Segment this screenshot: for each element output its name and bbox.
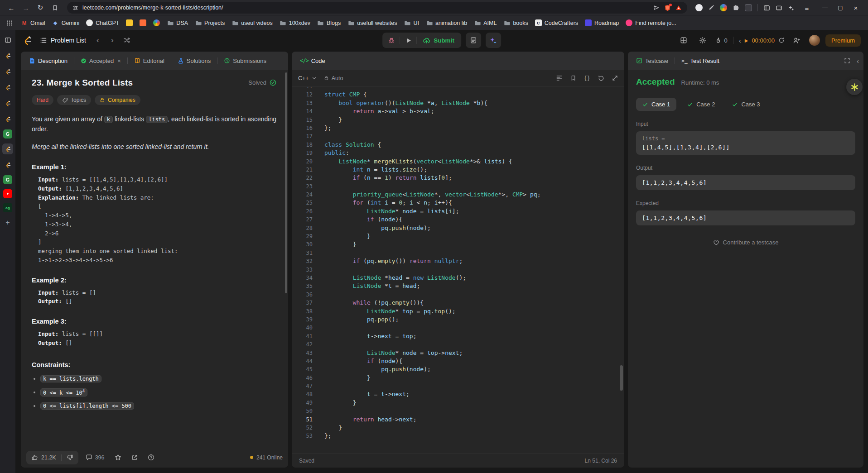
timer-widget[interactable]: ‹ ▶ 00:00:00 [739,37,785,44]
snippets-icon[interactable]: {} [584,75,590,81]
new-tab-button[interactable]: + [2,217,13,228]
browser-reload-button[interactable]: ↻ [34,1,47,14]
cursor-position[interactable]: Ln 51, Col 26 [585,458,617,464]
bookmark-roadmap[interactable]: Roadmap [582,18,622,28]
brave-shield-icon[interactable] [664,5,671,11]
ai-assistant-button[interactable] [846,79,863,95]
bookmark-gemini[interactable]: ◆Gemini [49,18,83,28]
bookmark-page-icon[interactable] [48,1,62,14]
bookmark-blogs[interactable]: Blogs [314,18,344,28]
browser-back-button[interactable]: ← [5,1,18,14]
timer-play-icon[interactable]: ▶ [745,38,748,43]
code-line[interactable]: 19public: [292,149,624,157]
sidebar-toggle-icon[interactable] [2,34,13,45]
bookmark-icon-only[interactable] [123,18,136,28]
code-line[interactable]: 39 pq.pop(); [292,315,624,324]
minimize-button[interactable]: — [817,1,833,14]
problem-list-button[interactable]: Problem List [36,34,90,47]
maximize-editor-icon[interactable] [612,75,618,81]
code-line[interactable]: 52 } [292,424,624,432]
code-line[interactable]: 53}; [292,432,624,440]
tab-testcase[interactable]: Testcase [632,55,672,67]
settings-gear-icon[interactable] [696,33,709,47]
tab-favicon-gfg[interactable]: G [3,175,12,184]
bookmark-icon-only[interactable] [136,18,149,28]
extension-icon[interactable] [720,4,727,11]
prev-problem-button[interactable]: ‹ [92,34,104,47]
user-avatar[interactable] [809,35,820,46]
code-line[interactable]: 42 [292,340,624,349]
ai-sparkles-button[interactable] [486,33,501,48]
bookmark-dsa[interactable]: DSA [164,18,191,28]
leetcode-logo[interactable] [22,35,33,46]
tab-editorial[interactable]: Editorial [130,55,168,67]
code-line[interactable]: 26 ListNode* node = lists[i]; [292,207,624,215]
tab-favicon-gfg[interactable]: G [3,129,12,139]
contribute-testcase-button[interactable]: Contribute a testcase [636,239,855,246]
favorite-star-button[interactable] [112,451,124,463]
layout-button[interactable] [677,33,690,47]
code-line[interactable]: 30 } [292,240,624,248]
input-box[interactable]: lists = [[1,4,5],[1,3,4],[2,6]] [636,131,855,155]
extensions-puzzle-icon[interactable] [733,5,739,11]
browser-forward-button[interactable]: → [19,1,33,14]
leo-ai-icon[interactable] [788,5,795,11]
notes-button[interactable] [466,33,481,48]
case-1-button[interactable]: Case 1 [636,98,676,111]
code-line[interactable]: 45 pq.push(node); [292,365,624,373]
edit-extension-icon[interactable] [708,5,714,11]
code-line[interactable]: 18class Solution { [292,141,624,149]
like-button[interactable]: 21.2K [26,451,61,464]
code-line[interactable]: 33 [292,266,624,274]
maximize-button[interactable]: ▢ [833,1,848,14]
difficulty-badge[interactable]: Hard [32,95,53,105]
site-settings-icon[interactable] [72,5,78,11]
code-line[interactable]: 48 t = t->next; [292,390,624,398]
format-code-icon[interactable] [556,75,563,81]
code-editor[interactable]: 1112struct CMP {13 bool operator()(ListN… [292,87,624,453]
wallet-extension-icon[interactable] [745,4,752,11]
case-2-button[interactable]: Case 2 [681,98,721,111]
browser-menu-icon[interactable]: ≡ [800,1,814,14]
debug-button[interactable] [383,33,400,48]
topics-chip[interactable]: Topics [57,95,91,105]
bookmark-chatgpt[interactable]: ChatGPT [83,18,122,28]
code-line[interactable]: 49 } [292,399,624,407]
code-line[interactable]: 25 for (int i = 0; i < n; i++){ [292,199,624,207]
code-line[interactable]: 31 [292,249,624,257]
code-line[interactable]: 51 return head->next; [292,416,624,424]
extension-icon[interactable] [695,4,703,11]
premium-button[interactable]: Premium [825,34,861,47]
close-button[interactable]: × [848,1,863,14]
code-line[interactable]: 24 priority_queue<ListNode*, vector<List… [292,191,624,199]
code-line[interactable]: 29 } [292,232,624,240]
next-problem-button[interactable]: › [106,34,119,47]
tab-favicon-yt[interactable] [3,189,12,198]
sidebar-toggle-icon[interactable] [763,5,770,11]
description-content[interactable]: 23. Merge k Sorted Lists Solved Hard [21,70,288,447]
code-line[interactable]: 22 if (n == 1) return lists[0]; [292,174,624,182]
code-line[interactable]: 37 while (!pq.empty()){ [292,299,624,307]
collapse-panel-icon[interactable]: ‹ [857,57,859,65]
tab-accepted[interactable]: Accepted × [77,55,125,67]
close-tab-icon[interactable]: × [117,57,121,64]
share-button[interactable] [129,452,140,463]
code-line[interactable]: 32 if (pq.empty()) return nullptr; [292,257,624,265]
tab-favicon-lc[interactable] [2,82,13,93]
tab-submissions[interactable]: Submissions [220,55,270,67]
code-line[interactable]: 34 ListNode *head = new ListNode(); [292,274,624,282]
code-line[interactable]: 15 } [292,116,624,124]
bookmark-usefull-websites[interactable]: usefull websites [344,18,400,28]
bookmark-code-icon[interactable] [570,75,576,81]
url-bar[interactable]: leetcode.com/problems/merge-k-sorted-lis… [67,2,687,14]
code-line[interactable]: 38 ListNode* top = pq.top(); [292,307,624,315]
auto-mode-toggle[interactable]: Auto [324,75,343,81]
tab-favicon-lc[interactable] [2,50,13,61]
dislike-button[interactable] [62,451,78,464]
send-tab-icon[interactable] [653,5,660,11]
bookmark-codecrafters[interactable]: CCodeCrafters [532,18,581,28]
brave-wallet-icon[interactable] [776,5,782,11]
tab-test-result[interactable]: >_ Test Result [678,55,723,67]
reset-code-icon[interactable] [598,75,604,81]
companies-chip[interactable]: Companies [95,95,140,105]
